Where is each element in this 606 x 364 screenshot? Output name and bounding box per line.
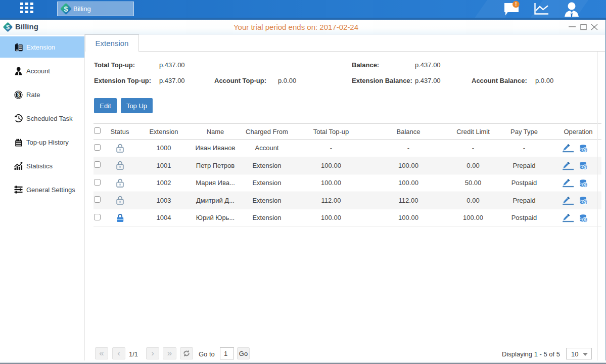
- svg-text:$: $: [64, 5, 68, 13]
- svg-text:$: $: [17, 92, 20, 98]
- svg-text:!: !: [515, 2, 517, 7]
